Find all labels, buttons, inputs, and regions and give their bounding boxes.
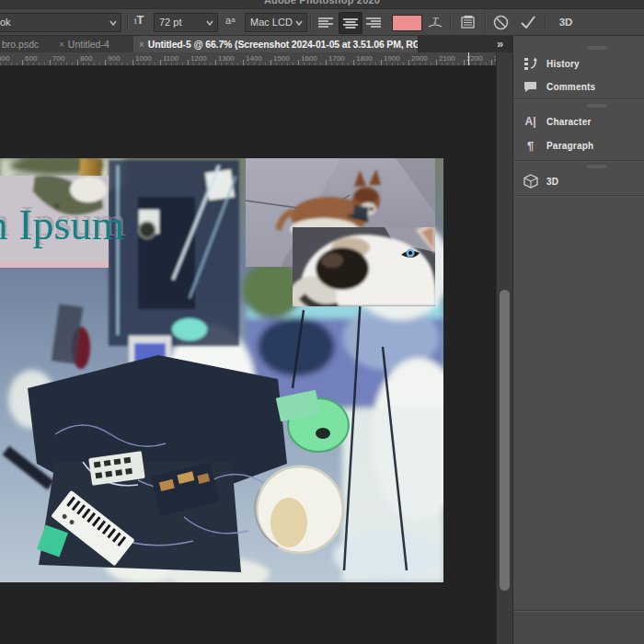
tab-document-1[interactable]: bro.psdc	[0, 36, 55, 52]
ruler-label: 1000	[135, 54, 152, 63]
ipsum-text: m Ipsum	[0, 201, 125, 248]
ruler-subtick	[486, 63, 487, 65]
ruler-subtick	[265, 63, 266, 65]
chevron-down-icon	[206, 20, 213, 26]
ruler-subtick	[204, 63, 205, 65]
ruler-tick	[188, 60, 189, 65]
panel-paragraph[interactable]: ¶ Paragraph	[513, 135, 644, 155]
horizontal-ruler[interactable]: 5006007008009001000110012001300140015001…	[0, 52, 496, 66]
align-center-button[interactable]	[339, 12, 362, 34]
ruler-subtick	[177, 63, 178, 65]
tab-document-3-active[interactable]: ×Untitled-5 @ 66.7% (Screenshot 2024-01-…	[133, 36, 419, 52]
ruler-label: 1700	[328, 54, 345, 63]
ruler-subtick	[72, 63, 73, 65]
align-right-button[interactable]	[362, 12, 385, 32]
panel-3d[interactable]: 3D	[513, 171, 644, 191]
ruler-subtick	[39, 63, 40, 65]
text-color-swatch[interactable]	[392, 15, 422, 31]
tab-label: bro.psdc	[2, 39, 39, 50]
divider	[545, 13, 546, 31]
ruler-subtick	[364, 63, 365, 65]
toggle-panels-button[interactable]	[458, 13, 478, 31]
panel-group-grip[interactable]	[587, 104, 607, 108]
vertical-scrollbar[interactable]	[496, 52, 513, 644]
commit-edits-button[interactable]	[517, 13, 539, 31]
ruler-tick	[464, 60, 465, 65]
anti-alias-icon: aa	[225, 15, 236, 26]
ruler-subtick	[226, 63, 227, 65]
ruler-label: 500	[0, 54, 9, 63]
ruler-subtick	[403, 63, 404, 65]
ruler-label: 1300	[218, 54, 235, 63]
ruler-label: 1400	[246, 54, 262, 63]
font-size-value: 72 pt	[159, 14, 181, 31]
ipsum-text-layer[interactable]: m Ipsum m Ipsum	[0, 176, 127, 268]
ruler-label: 1500	[273, 54, 290, 63]
ruler-subtick	[259, 63, 260, 65]
warp-text-button[interactable]: T	[425, 13, 445, 31]
align-left-button[interactable]	[315, 12, 337, 32]
tab-document-2[interactable]: ×Untitled-4	[53, 36, 134, 52]
ruler-label: 700	[52, 54, 64, 63]
ruler-subtick	[210, 63, 211, 65]
panel-label: Character	[546, 117, 592, 127]
canvas-pasteboard: m Ipsum m Ipsum	[0, 66, 496, 644]
panel-comments[interactable]: Comments	[513, 76, 644, 97]
dock-footer	[513, 612, 644, 644]
ruler-subtick	[397, 63, 398, 65]
app-title: Adobe Photoshop 2020	[0, 0, 644, 6]
ruler-subtick	[320, 63, 321, 65]
husky-closeup-photo-layer[interactable]	[289, 221, 436, 316]
panel-group-grip[interactable]	[587, 46, 607, 50]
3d-icon	[523, 174, 538, 190]
chevron-down-icon	[295, 20, 303, 26]
ruler-subtick	[315, 63, 316, 65]
ruler-subtick	[442, 63, 443, 65]
divider	[513, 98, 644, 100]
ruler-tick	[326, 60, 327, 65]
vertical-scrollbar-thumb[interactable]	[500, 290, 510, 591]
ruler-tick	[381, 60, 382, 65]
ruler-label: 1100	[163, 54, 178, 63]
ruler-subtick	[386, 63, 387, 65]
ruler-subtick	[480, 63, 481, 65]
panel-history[interactable]: History	[513, 53, 644, 74]
ruler-subtick	[149, 63, 150, 65]
ruler-label: 2100	[439, 54, 455, 63]
divider	[513, 195, 644, 197]
ruler-subtick	[33, 63, 34, 65]
canvas-document[interactable]: m Ipsum m Ipsum	[0, 158, 443, 582]
ruler-tick	[215, 60, 216, 65]
panel-character[interactable]: A| Character	[513, 111, 644, 132]
ruler-tick	[353, 60, 354, 65]
ruler-subtick	[193, 63, 194, 65]
close-icon[interactable]: ×	[133, 40, 148, 50]
ruler-subtick	[420, 63, 420, 65]
svg-text:T: T	[432, 15, 439, 26]
tab-label: Untitled-4	[68, 39, 109, 50]
ruler-subtick	[348, 63, 349, 65]
tab-overflow-chevron-icon[interactable]: »	[497, 37, 503, 51]
ruler-tick	[50, 60, 51, 65]
history-icon	[523, 56, 538, 72]
panel-group-grip[interactable]	[587, 165, 607, 168]
ruler-subtick	[232, 63, 233, 65]
font-size-dropdown[interactable]: 72 pt	[154, 13, 218, 32]
panel-label: Comments	[546, 82, 595, 92]
ruler-subtick	[44, 63, 45, 65]
3d-label: 3D	[559, 17, 573, 28]
ruler-subtick	[182, 63, 183, 65]
font-style-dropdown[interactable]: ok	[0, 13, 121, 32]
3d-button[interactable]: 3D	[554, 13, 578, 31]
ruler-cursor-indicator	[468, 52, 469, 65]
ruler-tick	[408, 60, 409, 65]
checkmark-icon	[520, 16, 536, 29]
ruler-subtick	[276, 63, 277, 65]
cancel-edits-button[interactable]	[490, 13, 511, 31]
close-icon[interactable]: ×	[53, 40, 68, 50]
align-right-icon	[366, 17, 381, 29]
anti-alias-dropdown[interactable]: Mac LCD	[245, 13, 307, 32]
ruler-subtick	[61, 63, 62, 65]
ruler-label: 800	[80, 54, 92, 63]
ruler-subtick	[116, 63, 117, 65]
